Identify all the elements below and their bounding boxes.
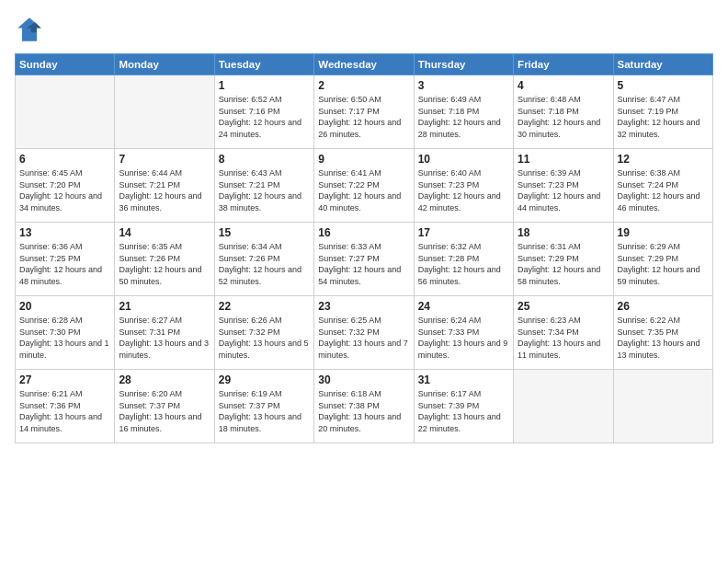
day-info: Sunrise: 6:33 AMSunset: 7:27 PMDaylight:… (318, 241, 409, 287)
day-info: Sunrise: 6:43 AMSunset: 7:21 PMDaylight:… (219, 167, 310, 213)
week-row-4: 20Sunrise: 6:28 AMSunset: 7:30 PMDayligh… (16, 296, 713, 370)
calendar-cell: 8Sunrise: 6:43 AMSunset: 7:21 PMDaylight… (214, 149, 313, 223)
day-info: Sunrise: 6:18 AMSunset: 7:38 PMDaylight:… (318, 388, 409, 434)
calendar-cell: 13Sunrise: 6:36 AMSunset: 7:25 PMDayligh… (16, 223, 115, 296)
day-info: Sunrise: 6:29 AMSunset: 7:29 PMDaylight:… (618, 241, 709, 287)
calendar-cell: 18Sunrise: 6:31 AMSunset: 7:29 PMDayligh… (514, 223, 613, 296)
day-info: Sunrise: 6:31 AMSunset: 7:29 PMDaylight:… (518, 241, 609, 287)
day-info: Sunrise: 6:52 AMSunset: 7:16 PMDaylight:… (219, 94, 310, 140)
calendar-cell (115, 75, 214, 149)
page-header (15, 15, 713, 44)
week-row-1: 1Sunrise: 6:52 AMSunset: 7:16 PMDaylight… (16, 75, 713, 149)
day-info: Sunrise: 6:40 AMSunset: 7:23 PMDaylight:… (418, 167, 509, 213)
day-number: 4 (518, 79, 609, 92)
calendar-cell (16, 75, 115, 149)
day-number: 16 (318, 226, 409, 239)
day-info: Sunrise: 6:19 AMSunset: 7:37 PMDaylight:… (219, 388, 310, 434)
week-row-3: 13Sunrise: 6:36 AMSunset: 7:25 PMDayligh… (16, 223, 713, 296)
day-number: 30 (318, 373, 409, 386)
calendar-cell (613, 370, 712, 443)
day-info: Sunrise: 6:49 AMSunset: 7:18 PMDaylight:… (418, 94, 509, 140)
day-info: Sunrise: 6:17 AMSunset: 7:39 PMDaylight:… (418, 388, 509, 434)
calendar-cell: 16Sunrise: 6:33 AMSunset: 7:27 PMDayligh… (314, 223, 414, 296)
day-info: Sunrise: 6:20 AMSunset: 7:37 PMDaylight:… (119, 388, 210, 434)
calendar-cell: 14Sunrise: 6:35 AMSunset: 7:26 PMDayligh… (115, 223, 214, 296)
day-info: Sunrise: 6:26 AMSunset: 7:32 PMDaylight:… (219, 315, 310, 361)
day-header-thursday: Thursday (414, 54, 513, 75)
day-header-sunday: Sunday (16, 54, 115, 75)
day-number: 26 (618, 300, 709, 313)
day-number: 3 (418, 79, 509, 92)
day-number: 20 (19, 300, 110, 313)
week-row-5: 27Sunrise: 6:21 AMSunset: 7:36 PMDayligh… (16, 370, 713, 443)
calendar-cell: 26Sunrise: 6:22 AMSunset: 7:35 PMDayligh… (613, 296, 712, 370)
day-number: 9 (318, 153, 409, 166)
calendar-cell: 7Sunrise: 6:44 AMSunset: 7:21 PMDaylight… (115, 149, 214, 223)
calendar-cell: 20Sunrise: 6:28 AMSunset: 7:30 PMDayligh… (16, 296, 115, 370)
calendar-cell: 6Sunrise: 6:45 AMSunset: 7:20 PMDaylight… (16, 149, 115, 223)
day-number: 13 (19, 226, 110, 239)
day-info: Sunrise: 6:32 AMSunset: 7:28 PMDaylight:… (418, 241, 509, 287)
day-info: Sunrise: 6:39 AMSunset: 7:23 PMDaylight:… (518, 167, 609, 213)
svg-marker-0 (17, 17, 41, 41)
day-number: 1 (219, 79, 310, 92)
calendar-cell: 23Sunrise: 6:25 AMSunset: 7:32 PMDayligh… (314, 296, 414, 370)
day-number: 14 (119, 226, 210, 239)
day-header-tuesday: Tuesday (214, 54, 313, 75)
calendar-cell: 12Sunrise: 6:38 AMSunset: 7:24 PMDayligh… (613, 149, 712, 223)
day-info: Sunrise: 6:38 AMSunset: 7:24 PMDaylight:… (618, 167, 709, 213)
day-number: 15 (219, 226, 310, 239)
day-number: 24 (418, 300, 509, 313)
day-number: 25 (518, 300, 609, 313)
day-number: 8 (219, 153, 310, 166)
day-number: 27 (19, 373, 110, 386)
logo (15, 15, 48, 44)
calendar-cell: 10Sunrise: 6:40 AMSunset: 7:23 PMDayligh… (414, 149, 513, 223)
calendar-cell: 29Sunrise: 6:19 AMSunset: 7:37 PMDayligh… (214, 370, 313, 443)
calendar-cell: 3Sunrise: 6:49 AMSunset: 7:18 PMDaylight… (414, 75, 513, 149)
day-info: Sunrise: 6:36 AMSunset: 7:25 PMDaylight:… (19, 241, 110, 287)
calendar-cell: 30Sunrise: 6:18 AMSunset: 7:38 PMDayligh… (314, 370, 414, 443)
day-info: Sunrise: 6:22 AMSunset: 7:35 PMDaylight:… (618, 315, 709, 361)
calendar-cell: 9Sunrise: 6:41 AMSunset: 7:22 PMDaylight… (314, 149, 414, 223)
week-row-2: 6Sunrise: 6:45 AMSunset: 7:20 PMDaylight… (16, 149, 713, 223)
calendar-cell: 27Sunrise: 6:21 AMSunset: 7:36 PMDayligh… (16, 370, 115, 443)
calendar-cell: 11Sunrise: 6:39 AMSunset: 7:23 PMDayligh… (514, 149, 613, 223)
day-number: 19 (618, 226, 709, 239)
day-info: Sunrise: 6:48 AMSunset: 7:18 PMDaylight:… (518, 94, 609, 140)
calendar-cell: 25Sunrise: 6:23 AMSunset: 7:34 PMDayligh… (514, 296, 613, 370)
day-number: 21 (119, 300, 210, 313)
logo-icon (15, 15, 44, 44)
day-number: 22 (219, 300, 310, 313)
day-header-monday: Monday (115, 54, 214, 75)
day-header-friday: Friday (514, 54, 613, 75)
calendar-cell: 4Sunrise: 6:48 AMSunset: 7:18 PMDaylight… (514, 75, 613, 149)
calendar-table: SundayMondayTuesdayWednesdayThursdayFrid… (15, 53, 713, 443)
calendar-cell: 19Sunrise: 6:29 AMSunset: 7:29 PMDayligh… (613, 223, 712, 296)
day-info: Sunrise: 6:44 AMSunset: 7:21 PMDaylight:… (119, 167, 210, 213)
day-info: Sunrise: 6:25 AMSunset: 7:32 PMDaylight:… (318, 315, 409, 361)
day-info: Sunrise: 6:47 AMSunset: 7:19 PMDaylight:… (618, 94, 709, 140)
calendar-cell: 1Sunrise: 6:52 AMSunset: 7:16 PMDaylight… (214, 75, 313, 149)
day-number: 6 (19, 153, 110, 166)
day-number: 2 (318, 79, 409, 92)
day-number: 7 (119, 153, 210, 166)
day-number: 10 (418, 153, 509, 166)
calendar-cell: 24Sunrise: 6:24 AMSunset: 7:33 PMDayligh… (414, 296, 513, 370)
calendar-cell: 2Sunrise: 6:50 AMSunset: 7:17 PMDaylight… (314, 75, 414, 149)
calendar-cell: 15Sunrise: 6:34 AMSunset: 7:26 PMDayligh… (214, 223, 313, 296)
day-info: Sunrise: 6:27 AMSunset: 7:31 PMDaylight:… (119, 315, 210, 361)
day-number: 28 (119, 373, 210, 386)
day-header-wednesday: Wednesday (314, 54, 414, 75)
day-number: 12 (618, 153, 709, 166)
day-info: Sunrise: 6:34 AMSunset: 7:26 PMDaylight:… (219, 241, 310, 287)
day-info: Sunrise: 6:23 AMSunset: 7:34 PMDaylight:… (518, 315, 609, 361)
header-row: SundayMondayTuesdayWednesdayThursdayFrid… (16, 54, 713, 75)
day-number: 23 (318, 300, 409, 313)
day-info: Sunrise: 6:21 AMSunset: 7:36 PMDaylight:… (19, 388, 110, 434)
day-info: Sunrise: 6:50 AMSunset: 7:17 PMDaylight:… (318, 94, 409, 140)
day-number: 5 (618, 79, 709, 92)
calendar-cell: 22Sunrise: 6:26 AMSunset: 7:32 PMDayligh… (214, 296, 313, 370)
day-info: Sunrise: 6:35 AMSunset: 7:26 PMDaylight:… (119, 241, 210, 287)
day-number: 17 (418, 226, 509, 239)
